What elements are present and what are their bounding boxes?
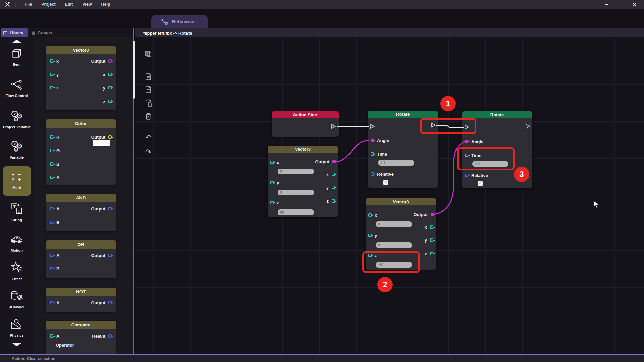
time-field[interactable]: 0.1	[378, 160, 414, 166]
sidebar-item-math[interactable]: + −× ÷ Math	[0, 170, 34, 190]
time-input-port[interactable]	[371, 152, 374, 156]
sidebar-item-flow-control[interactable]: Flow Control	[0, 78, 34, 98]
undo-icon[interactable]: ↶	[144, 133, 153, 142]
redo-icon[interactable]: ↷	[144, 147, 153, 157]
port-output[interactable]	[108, 254, 112, 257]
port-input[interactable]	[50, 301, 53, 304]
menu-edit[interactable]: Edit	[60, 0, 78, 9]
port-output[interactable]	[108, 301, 112, 304]
port-input[interactable]	[50, 135, 53, 139]
port-output[interactable]	[108, 207, 112, 210]
library-node-color[interactable]: Color R Output G B A	[46, 119, 116, 185]
library-node-and[interactable]: AND A Output B	[46, 194, 116, 231]
y-output-port[interactable]	[332, 186, 335, 189]
port-output[interactable]	[108, 73, 112, 76]
port-input[interactable]	[50, 162, 53, 166]
relative-checkbox[interactable]: ✓	[383, 180, 388, 185]
port-input[interactable]	[50, 149, 53, 152]
z-output-port[interactable]	[430, 252, 433, 255]
sidebar-item-physics[interactable]: Physics	[0, 318, 34, 337]
color-swatch[interactable]	[93, 140, 110, 146]
scroll-up-icon[interactable]	[11, 40, 22, 43]
sidebar-item-item[interactable]: Item	[0, 47, 34, 66]
library-node-compare[interactable]: Compare A Result Operator	[46, 321, 116, 354]
node-action-start[interactable]: Action Start	[272, 111, 339, 137]
library-node-vector3[interactable]: Vector3 x Output y x z y z	[46, 46, 116, 110]
port-label: z	[277, 200, 279, 205]
cut-icon[interactable]	[144, 85, 153, 94]
z-input-port[interactable]	[270, 201, 274, 204]
library-book-icon	[3, 31, 8, 36]
node-title: Vector3	[46, 46, 116, 54]
annotation-rect-3	[457, 147, 515, 170]
relative-input-port[interactable]	[371, 172, 374, 176]
y-field[interactable]: 0	[376, 242, 412, 248]
flow-output-port[interactable]	[331, 124, 336, 129]
port-label: y	[277, 180, 279, 185]
z-field[interactable]: 60	[278, 209, 314, 215]
flow-input-port[interactable]	[370, 124, 375, 129]
node-vector3-a[interactable]: Vector3 x Output 0 x y y 0 z z 60	[268, 146, 338, 217]
output-port[interactable]	[332, 160, 336, 163]
x-field[interactable]: 0	[278, 169, 314, 174]
y-input-port[interactable]	[270, 181, 274, 184]
menu-help[interactable]: Help	[96, 0, 115, 9]
port-input[interactable]	[50, 254, 53, 257]
library-node-not[interactable]: NOT A Output	[46, 288, 116, 312]
port-input[interactable]	[50, 207, 53, 210]
angle-input-port[interactable]	[465, 140, 468, 143]
angle-input-port[interactable]	[371, 139, 374, 142]
port-input[interactable]	[50, 73, 53, 76]
y-output-port[interactable]	[430, 238, 433, 242]
sidebar-item-project-variable[interactable]: x@y Project Variable	[0, 110, 34, 129]
sidebar-item-effect[interactable]: Effect	[0, 261, 34, 281]
behaviour-tab-label: Behaviour	[172, 19, 195, 24]
output-port[interactable]	[431, 213, 434, 216]
port-input[interactable]	[50, 267, 53, 270]
port-input[interactable]	[50, 334, 53, 338]
close-button[interactable]	[630, 1, 639, 8]
port-input[interactable]	[50, 86, 53, 89]
library-scrollbar[interactable]	[133, 41, 135, 99]
tab-groups[interactable]: Groups	[29, 28, 57, 37]
port-input[interactable]	[50, 176, 53, 179]
z-output-port[interactable]	[332, 199, 335, 203]
menu-view[interactable]: View	[77, 0, 96, 9]
port-output[interactable]	[108, 86, 112, 89]
port-output[interactable]	[108, 59, 112, 63]
annotation-badge-2: 2	[377, 277, 393, 292]
port-label: Relative	[471, 173, 488, 178]
scroll-down-icon[interactable]	[11, 343, 22, 346]
behaviour-canvas[interactable]	[135, 28, 644, 354]
sidebar-item-string[interactable]: TT String	[0, 202, 34, 222]
port-input[interactable]	[50, 221, 53, 224]
y-input-port[interactable]	[368, 234, 372, 237]
paste-icon[interactable]	[144, 98, 153, 108]
x-input-port[interactable]	[368, 213, 372, 217]
maximize-button[interactable]	[616, 1, 625, 8]
relative-input-port[interactable]	[465, 174, 468, 177]
behaviour-list-icon[interactable]	[144, 49, 153, 59]
library-node-or[interactable]: OR A Output B	[46, 240, 116, 278]
relative-checkbox[interactable]: ✓	[478, 181, 483, 186]
x-input-port[interactable]	[270, 161, 274, 164]
y-field[interactable]: 0	[278, 190, 314, 195]
tab-behaviour[interactable]: Behaviour	[151, 15, 208, 28]
copy-icon[interactable]	[144, 72, 153, 81]
sidebar-item-3dmodel[interactable]: 3DModel	[0, 290, 34, 309]
port-output[interactable]	[108, 135, 112, 139]
port-output[interactable]	[108, 334, 112, 338]
menu-project[interactable]: Project	[37, 0, 60, 9]
x-output-port[interactable]	[430, 225, 433, 229]
port-input[interactable]	[50, 59, 53, 63]
x-field[interactable]: 0	[376, 221, 412, 227]
sidebar-item-motion[interactable]: Motion	[0, 233, 34, 252]
sidebar-item-variable[interactable]: x@y Variable	[0, 140, 34, 159]
x-output-port[interactable]	[332, 173, 335, 176]
flow-output-port[interactable]	[525, 124, 530, 129]
minimize-button[interactable]	[602, 1, 611, 8]
port-output[interactable]	[108, 100, 112, 103]
tab-library[interactable]: Library	[1, 28, 28, 37]
delete-icon[interactable]	[144, 112, 153, 121]
menu-file[interactable]: File	[20, 0, 37, 9]
